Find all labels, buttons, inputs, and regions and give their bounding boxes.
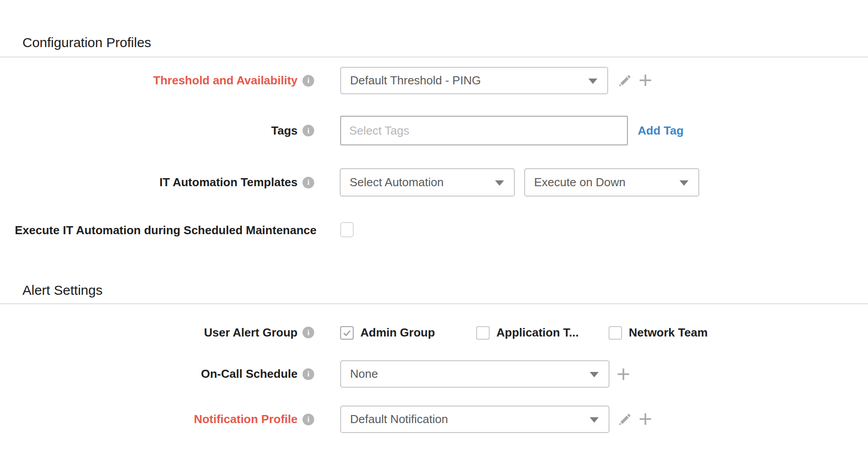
automation-action-value: Execute on Down <box>534 175 626 189</box>
add-tag-link[interactable]: Add Tag <box>638 116 684 145</box>
tags-label-row: Tags <box>0 116 314 145</box>
automation-template-value: Select Automation <box>350 175 444 189</box>
it-automation-templates-label: IT Automation Templates <box>159 175 298 189</box>
alert-group-option-admin-group[interactable]: Admin Group <box>340 326 435 340</box>
user-alert-group-label-row: User Alert Group <box>0 325 314 340</box>
oncall-schedule-select[interactable]: None <box>340 360 609 388</box>
checkbox[interactable] <box>476 326 490 340</box>
chevron-down-icon <box>590 417 599 423</box>
on-call-schedule-label: On-Call Schedule <box>201 367 298 381</box>
checkbox-label: Admin Group <box>360 326 435 340</box>
oncall-label-row: On-Call Schedule <box>0 360 314 388</box>
info-icon[interactable] <box>302 75 314 87</box>
user-alert-group-label: User Alert Group <box>204 326 298 340</box>
section-title-alert-settings: Alert Settings <box>22 282 102 299</box>
alert-group-option-network-team[interactable]: Network Team <box>609 326 708 340</box>
automation-action-select[interactable]: Execute on Down <box>524 168 699 197</box>
info-icon[interactable] <box>302 414 314 425</box>
execute-automation-maintenance-checkbox[interactable] <box>340 222 354 237</box>
automation-template-select[interactable]: Select Automation <box>340 168 515 197</box>
alert-group-option-application-team[interactable]: Application T... <box>476 326 579 340</box>
oncall-schedule-value: None <box>350 367 378 381</box>
info-icon[interactable] <box>302 368 314 380</box>
notification-profile-label: Notification Profile <box>194 412 298 426</box>
info-icon[interactable] <box>302 125 314 136</box>
configuration-form: Configuration Profiles Threshold and Ava… <box>0 0 868 472</box>
tags-input[interactable] <box>340 116 628 145</box>
add-plus-icon[interactable] <box>637 411 653 427</box>
threshold-availability-label: Threshold and Availability <box>153 74 298 87</box>
notification-label-row: Notification Profile <box>0 406 314 433</box>
add-plus-icon[interactable] <box>637 72 653 88</box>
info-icon[interactable] <box>302 177 314 188</box>
chevron-down-icon <box>679 180 688 186</box>
tags-label: Tags <box>271 124 298 138</box>
chevron-down-icon <box>590 372 599 377</box>
section-divider <box>0 303 868 304</box>
checkbox[interactable] <box>340 326 354 340</box>
threshold-profile-select[interactable]: Default Threshold - PING <box>340 67 608 94</box>
section-divider <box>0 57 868 57</box>
notification-profile-select[interactable]: Default Notification <box>340 406 609 433</box>
automation-label-row: IT Automation Templates <box>0 168 314 197</box>
edit-pencil-icon[interactable] <box>617 73 633 89</box>
info-icon[interactable] <box>302 327 314 338</box>
section-title-configuration-profiles: Configuration Profiles <box>22 34 151 51</box>
checkbox[interactable] <box>609 326 622 340</box>
threshold-profile-value: Default Threshold - PING <box>350 74 481 87</box>
notification-profile-value: Default Notification <box>350 412 448 426</box>
checkbox-label: Application T... <box>496 326 579 340</box>
execute-automation-maintenance-label: Execute IT Automation during Scheduled M… <box>15 219 316 241</box>
chevron-down-icon <box>588 79 597 84</box>
add-plus-icon[interactable] <box>615 366 631 382</box>
chevron-down-icon <box>495 180 504 186</box>
checkbox-label: Network Team <box>629 326 708 340</box>
edit-pencil-icon[interactable] <box>617 411 633 428</box>
threshold-label-row: Threshold and Availability <box>0 67 314 94</box>
